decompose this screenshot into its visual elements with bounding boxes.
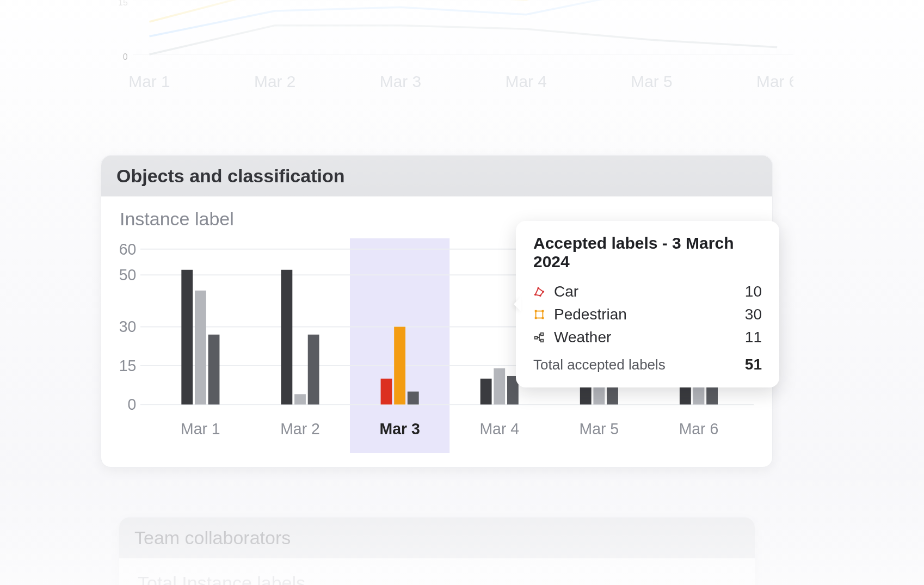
- svg-rect-33: [542, 310, 544, 312]
- svg-text:Mar 6: Mar 6: [756, 72, 793, 90]
- tooltip-title: Accepted labels - 3 March 2024: [533, 234, 762, 271]
- tooltip-value: 10: [745, 283, 762, 300]
- svg-rect-32: [535, 310, 537, 312]
- svg-text:15: 15: [119, 356, 137, 374]
- tooltip-label: Pedestrian: [554, 306, 736, 323]
- tooltip-row-pedestrian: Pedestrian 30: [533, 306, 762, 323]
- card-header: Objects and classification: [101, 156, 772, 196]
- svg-text:Mar 2: Mar 2: [280, 420, 320, 438]
- tree-icon: [533, 331, 545, 343]
- tooltip-row-weather: Weather 11: [533, 329, 762, 346]
- bar[interactable]: [394, 327, 405, 405]
- bbox-icon: [533, 309, 545, 321]
- svg-text:60: 60: [119, 240, 137, 258]
- svg-rect-36: [535, 336, 538, 339]
- svg-rect-35: [542, 317, 544, 319]
- tooltip-label: Weather: [554, 329, 736, 346]
- bar[interactable]: [195, 291, 206, 404]
- svg-text:Mar 5: Mar 5: [631, 72, 672, 90]
- tooltip-total-row: Total accepted labels 51: [533, 356, 762, 373]
- svg-point-30: [539, 295, 541, 297]
- bar[interactable]: [381, 379, 392, 405]
- svg-text:30: 30: [119, 318, 137, 336]
- svg-text:Mar 3: Mar 3: [380, 72, 421, 90]
- bar[interactable]: [481, 379, 492, 405]
- tooltip-popover: Accepted labels - 3 March 2024 Car 10 Pe…: [516, 221, 779, 387]
- svg-rect-31: [536, 311, 543, 318]
- bar[interactable]: [408, 392, 419, 405]
- svg-point-28: [537, 287, 539, 290]
- svg-text:Mar 4: Mar 4: [479, 420, 519, 438]
- svg-text:Mar 3: Mar 3: [380, 420, 420, 438]
- team-card-header: Team collaborators: [119, 518, 755, 558]
- svg-text:Mar 2: Mar 2: [254, 72, 295, 90]
- bar[interactable]: [294, 394, 306, 404]
- svg-text:0: 0: [123, 52, 128, 61]
- svg-text:50: 50: [119, 266, 137, 284]
- team-card: Team collaborators Total Instance labels: [119, 517, 755, 585]
- tooltip-total-label: Total accepted labels: [533, 356, 745, 373]
- svg-text:Mar 5: Mar 5: [580, 420, 619, 438]
- svg-text:Mar 1: Mar 1: [181, 420, 220, 438]
- team-card-subtitle: Total Instance labels: [119, 558, 755, 585]
- svg-rect-34: [535, 317, 537, 319]
- bar[interactable]: [281, 270, 292, 405]
- svg-text:15: 15: [118, 0, 128, 7]
- polygon-icon: [533, 286, 545, 298]
- bar[interactable]: [494, 368, 505, 405]
- top-line-chart: 015 Mar 1Mar 2Mar 3Mar 4Mar 5Mar 6: [101, 0, 793, 120]
- svg-text:Mar 1: Mar 1: [128, 72, 170, 90]
- svg-point-27: [534, 294, 537, 296]
- svg-text:0: 0: [128, 396, 137, 414]
- tooltip-total-value: 51: [745, 356, 762, 373]
- svg-text:Mar 6: Mar 6: [679, 420, 719, 438]
- svg-point-29: [543, 291, 545, 293]
- tooltip-row-car: Car 10: [533, 283, 762, 300]
- tooltip-value: 11: [745, 329, 762, 346]
- svg-rect-38: [541, 340, 544, 342]
- svg-text:Mar 4: Mar 4: [506, 72, 547, 90]
- bar[interactable]: [181, 270, 193, 405]
- tooltip-value: 30: [745, 306, 762, 323]
- tooltip-label: Car: [554, 283, 736, 300]
- bar[interactable]: [208, 335, 220, 405]
- bar[interactable]: [308, 335, 319, 405]
- svg-rect-37: [541, 333, 544, 336]
